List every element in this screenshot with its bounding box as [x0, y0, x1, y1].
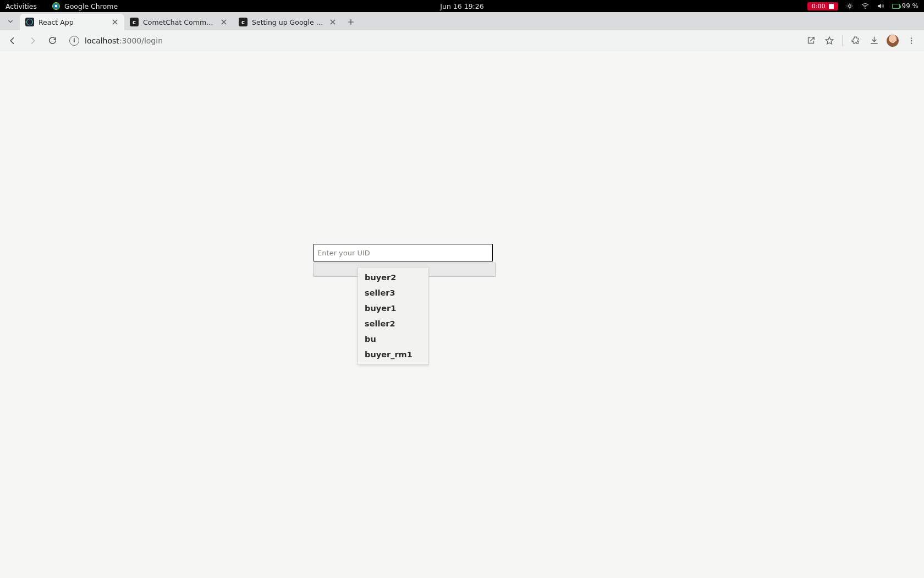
active-app-indicator[interactable]: Google Chrome [52, 2, 118, 10]
extensions-icon[interactable] [847, 32, 864, 49]
activities-button[interactable]: Activities [6, 2, 37, 10]
autocomplete-option[interactable]: buyer2 [358, 270, 428, 285]
indicator-icon[interactable] [846, 2, 854, 10]
react-favicon-icon [25, 18, 34, 26]
tab-title: CometChat Community [143, 18, 216, 26]
cometchat-favicon-icon: c [239, 18, 248, 26]
chrome-icon [52, 2, 60, 10]
reload-button[interactable] [44, 32, 61, 49]
downloads-icon[interactable] [866, 32, 882, 49]
close-tab-button[interactable] [329, 18, 337, 26]
chrome-menu-button[interactable] [903, 32, 920, 49]
toolbar-separator [842, 35, 843, 46]
url-host: localhost [85, 36, 119, 45]
volume-icon[interactable] [877, 2, 884, 10]
svg-point-4 [911, 42, 912, 43]
autocomplete-dropdown: buyer2 seller3 buyer1 seller2 bu buyer_r… [358, 267, 429, 365]
tab-title: React App [38, 18, 107, 26]
autocomplete-option[interactable]: bu [358, 331, 428, 347]
new-tab-button[interactable] [343, 14, 359, 30]
bookmark-star-icon[interactable] [821, 32, 838, 49]
active-app-name: Google Chrome [64, 2, 118, 10]
back-button[interactable] [4, 32, 21, 49]
tab-search-button[interactable] [4, 15, 16, 28]
tab-strip: React App c CometChat Community c Settin… [0, 12, 924, 30]
autocomplete-option[interactable]: seller2 [358, 316, 428, 331]
autocomplete-option[interactable]: buyer_rm1 [358, 347, 428, 362]
battery-icon [892, 4, 900, 9]
avatar-icon [887, 35, 899, 47]
screen-recorder-pill[interactable]: 0:00 [807, 2, 838, 10]
stop-icon [829, 4, 834, 9]
gnome-right-cluster: 0:00 99 % [807, 2, 919, 10]
tab-react-app[interactable]: React App [20, 14, 124, 30]
page-viewport: buyer2 seller3 buyer1 seller2 bu buyer_r… [0, 51, 924, 578]
toolbar-right-cluster [802, 32, 920, 49]
svg-point-0 [848, 5, 851, 8]
close-tab-button[interactable] [111, 18, 119, 26]
address-bar[interactable]: i localhost:3000/login [64, 32, 797, 49]
gnome-left-cluster: Activities Google Chrome [6, 2, 118, 10]
cometchat-favicon-icon: c [130, 18, 139, 26]
tab-title: Setting up Google Calen [252, 18, 324, 26]
clock[interactable]: Jun 16 19:26 [440, 2, 483, 10]
close-tab-button[interactable] [220, 18, 228, 26]
open-external-icon[interactable] [802, 32, 819, 49]
tab-cometchat[interactable]: c CometChat Community [124, 14, 233, 30]
recorder-time: 0:00 [812, 3, 826, 10]
uid-input[interactable] [314, 244, 493, 261]
tab-google-calendar-setup[interactable]: c Setting up Google Calen [233, 14, 342, 30]
forward-button[interactable] [24, 32, 41, 49]
site-info-icon[interactable]: i [69, 36, 79, 46]
wifi-icon[interactable] [861, 2, 869, 10]
browser-toolbar: i localhost:3000/login [0, 30, 924, 51]
profile-avatar[interactable] [884, 32, 901, 49]
battery-indicator[interactable]: 99 % [892, 2, 919, 10]
battery-percent: 99 % [902, 2, 919, 10]
svg-point-2 [911, 37, 912, 39]
svg-point-1 [865, 8, 866, 9]
url-path: :3000/login [119, 36, 163, 45]
svg-point-3 [911, 40, 912, 41]
autocomplete-option[interactable]: buyer1 [358, 301, 428, 316]
url-text: localhost:3000/login [85, 36, 163, 45]
autocomplete-option[interactable]: seller3 [358, 285, 428, 301]
gnome-top-bar: Activities Google Chrome Jun 16 19:26 0:… [0, 0, 924, 12]
